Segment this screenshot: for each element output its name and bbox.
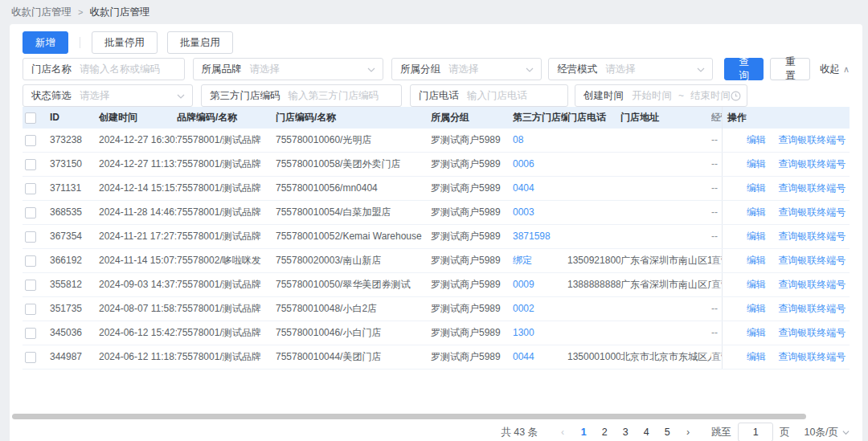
chevron-down-icon [697,66,705,74]
row-checkbox[interactable] [25,231,36,243]
cell-business-mode: 直营 [711,273,722,296]
third-party-code-link[interactable]: 绑定 [513,249,567,272]
page-button-2[interactable]: 2 [596,427,613,438]
select-all-checkbox[interactable] [25,112,36,124]
filter-third-party-code[interactable]: 第三方门店编码 输入第三方门店编码 [201,84,402,107]
query-terminal-link[interactable]: 查询银联终端号 [778,158,845,169]
filter-business-mode[interactable]: 经营模式 请选择 [548,58,712,80]
third-party-code-link[interactable]: 0404 [513,177,567,200]
query-terminal-link[interactable]: 查询银联终端号 [778,327,845,338]
horizontal-scrollbar[interactable] [12,414,806,419]
query-terminal-link[interactable]: 查询银联终端号 [778,182,845,194]
reset-button[interactable]: 重置 [770,58,810,80]
filter-label: 所属品牌 [202,63,242,76]
page-button-3[interactable]: 3 [616,427,634,438]
row-checkbox[interactable] [25,352,36,363]
jump-page-input[interactable] [738,423,773,441]
cell-id: 368535 [50,201,99,224]
edit-link[interactable]: 编辑 [747,158,766,169]
third-party-code-link[interactable]: 0002 [513,297,567,321]
query-terminal-link[interactable]: 查询银联终端号 [778,255,845,266]
third-party-code-link[interactable]: 08 [513,129,567,152]
cell-store: 755780010048/小白2店 [276,297,431,321]
main-card: 新增 批量停用 批量启用 门店名称 请输入名称或编码 所属品牌 请选择 所属分组… [10,24,862,441]
row-checkbox[interactable] [25,159,36,170]
edit-link[interactable]: 编辑 [747,206,766,218]
table-header: ID 创建时间 品牌编码/名称 门店编码/名称 所属分组 第三方门店编码 门店电… [23,107,850,129]
query-terminal-link[interactable]: 查询银联终端号 [778,206,845,218]
filter-label: 所属分组 [400,63,440,76]
scrollbar-thumb[interactable] [12,414,806,419]
page-button-5[interactable]: 5 [658,427,676,438]
collapse-filters-button[interactable]: 收起∧ [820,63,850,76]
cell-store: 755780020003/南山新店 [276,249,431,272]
column-header-store: 门店编码/名称 [276,107,431,129]
cell-brand: 75578001/测试品牌 [177,201,276,224]
third-party-code-link[interactable]: 0003 [513,201,567,224]
filter-placeholder: 请选择 [448,63,479,76]
query-terminal-link[interactable]: 查询银联终端号 [778,303,845,314]
cell-id: 345036 [50,321,99,345]
edit-link[interactable]: 编辑 [747,327,766,338]
row-checkbox[interactable] [25,207,36,218]
edit-link[interactable]: 编辑 [747,134,766,145]
cell-id: 351735 [50,297,99,321]
edit-link[interactable]: 编辑 [747,255,766,266]
third-party-code-link[interactable]: 0006 [513,153,567,176]
cell-brand: 75578001/测试品牌 [177,273,276,296]
batch-disable-button[interactable]: 批量停用 [92,31,158,54]
edit-link[interactable]: 编辑 [747,279,766,290]
breadcrumb-parent[interactable]: 收款门店管理 [11,6,72,19]
page-button-1[interactable]: 1 [575,427,592,438]
filter-store-phone[interactable]: 门店电话 输入门店电话 [410,84,568,107]
edit-link[interactable]: 编辑 [747,231,766,242]
cell-store: 755780010060/光明店 [276,129,431,152]
cell-address: 北京市北京市东城区人民广... [620,345,711,369]
third-party-code-link[interactable]: 3871598 [513,225,567,248]
cell-group: 罗测试商户5989 [431,297,513,321]
cell-brand: 75578001/测试品牌 [177,177,276,200]
row-checkbox[interactable] [25,280,36,291]
third-party-code-link[interactable]: 0009 [513,273,567,296]
cell-brand: 75578001/测试品牌 [177,297,276,321]
cell-business-mode: -- [711,297,722,321]
row-checkbox[interactable] [25,255,36,267]
page-button-4[interactable]: 4 [637,427,655,438]
next-page-button[interactable]: › [679,427,697,438]
cell-phone: 13509218003 [567,249,620,272]
filter-brand[interactable]: 所属品牌 请选择 [193,58,383,80]
filter-label: 门店名称 [31,63,72,76]
table-row: 373150 2024-12-27 11:13:27 75578001/测试品牌… [23,153,850,177]
page-size-select[interactable]: 10条/页 [805,426,850,439]
row-checkbox[interactable] [25,328,36,339]
cell-phone [567,129,620,152]
prev-page-button[interactable]: ‹ [554,427,571,438]
filter-create-time[interactable]: 创建时间 开始时间 ~ 结束时间 [575,84,747,107]
third-party-code-link[interactable]: 1300 [513,321,567,345]
row-checkbox[interactable] [25,183,36,194]
query-terminal-link[interactable]: 查询银联终端号 [778,134,845,145]
query-terminal-link[interactable]: 查询银联终端号 [778,279,845,290]
cell-store: 755780010052/Kemai Warehouse [276,225,431,248]
table-row: 366192 2024-11-14 15:07:38 75578002/哆啦咪发… [23,249,850,273]
toolbar-divider [80,37,80,48]
query-terminal-link[interactable]: 查询银联终端号 [778,351,845,362]
third-party-code-link[interactable]: 0044 [513,345,567,369]
row-checkbox[interactable] [25,135,36,146]
filter-status[interactable]: 状态筛选 请选择 [23,84,193,107]
batch-enable-button[interactable]: 批量启用 [167,31,233,54]
query-terminal-link[interactable]: 查询银联终端号 [778,231,845,242]
cell-group: 罗测试商户5989 [431,225,513,248]
edit-link[interactable]: 编辑 [747,351,766,362]
add-button[interactable]: 新增 [23,31,68,54]
row-checkbox[interactable] [25,304,36,315]
cell-actions: 编辑 查询银联终端号 [722,249,850,272]
edit-link[interactable]: 编辑 [747,182,766,194]
edit-link[interactable]: 编辑 [747,303,766,314]
cell-address [620,321,711,345]
filter-group[interactable]: 所属分组 请选择 [391,58,542,80]
search-button[interactable]: 查询 [724,58,764,80]
page-size-value: 10条/页 [805,426,838,439]
cell-created: 2024-11-14 15:07:38 [99,249,177,272]
filter-store-name[interactable]: 门店名称 请输入名称或编码 [23,58,185,80]
